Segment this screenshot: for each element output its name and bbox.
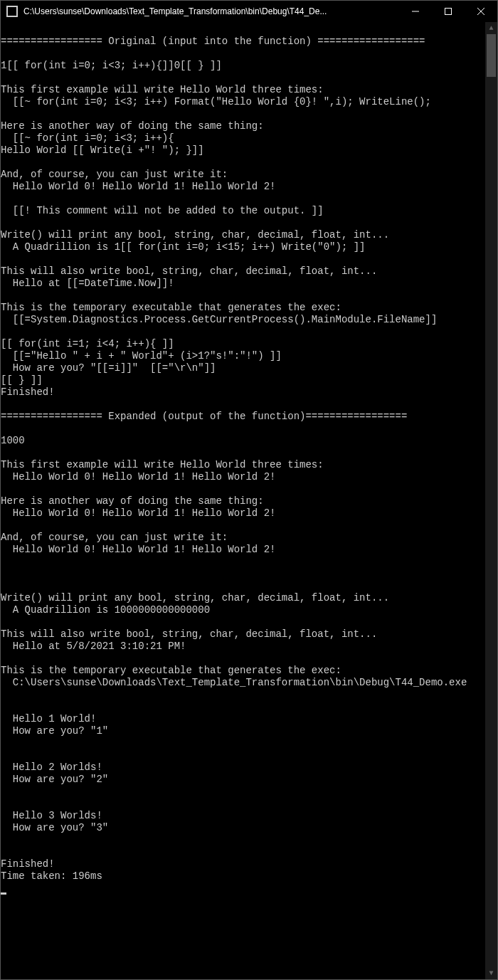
console-line: How are you? "1" (1, 725, 485, 737)
console-line: [[! This comment will not be added to th… (1, 205, 485, 217)
console-line: And, of course, you can just write it: (1, 532, 485, 544)
console-line: [[="Hello " + i + " World"+ (i>1?"s!":"!… (1, 350, 485, 362)
console-window: C:\Users\sunse\Downloads\Text_Template_T… (0, 0, 498, 980)
scroll-thumb[interactable] (487, 34, 496, 77)
console-line: How are you? "2" (1, 774, 485, 786)
console-line: How are you? "3" (1, 822, 485, 834)
console-line: [[=System.Diagnostics.Process.GetCurrent… (1, 314, 485, 326)
console-line (1, 568, 485, 580)
console-line (1, 580, 485, 592)
console-line (1, 749, 485, 762)
console-line: 1000 (1, 435, 485, 447)
console-line: Finished! (1, 386, 485, 399)
minimize-button[interactable] (399, 1, 432, 22)
console-line (1, 157, 485, 169)
console-line: Hello at 5/8/2021 3:10:21 PM! (1, 641, 485, 653)
console-line (1, 290, 485, 302)
scroll-up-button[interactable]: ▲ (485, 22, 497, 34)
console-line: Hello at [[=DateTime.Now]]! (1, 278, 485, 290)
console-line: This first example will write Hello Worl… (1, 84, 485, 96)
console-line (1, 48, 485, 60)
console-line: Write() will print any bool, string, cha… (1, 229, 485, 241)
console-line (1, 217, 485, 229)
console-line: Time taken: 196ms (1, 870, 485, 882)
vertical-scrollbar[interactable]: ▲ ▼ (485, 22, 497, 979)
svg-rect-0 (445, 9, 452, 15)
console-line: [[~ for(int i=0; i<3; i++) Format("Hello… (1, 96, 485, 108)
console-line: A Quadrillion is 1[[ for(int i=0; i<15; … (1, 241, 485, 253)
minimize-icon (412, 8, 419, 15)
console-line: How are you? "[[=i]]" [[="\r\n"]] (1, 362, 485, 374)
console-line: Hello 1 World! (1, 713, 485, 725)
console-line: Here is another way of doing the same th… (1, 495, 485, 507)
console-line (1, 399, 485, 411)
console-line: Hello World 0! Hello World 1! Hello Worl… (1, 544, 485, 556)
console-line (1, 737, 485, 749)
console-line: Here is another way of doing the same th… (1, 120, 485, 132)
titlebar[interactable]: C:\Users\sunse\Downloads\Text_Template_T… (1, 1, 497, 22)
console-line (1, 447, 485, 459)
console-line (1, 616, 485, 628)
console-line (1, 72, 485, 84)
cursor (1, 892, 6, 895)
console-line (1, 520, 485, 532)
console-line (1, 193, 485, 205)
console-line: Write() will print any bool, string, cha… (1, 592, 485, 604)
console-line (1, 556, 485, 568)
client-area: ================= Original (input into t… (1, 22, 497, 979)
scroll-down-button[interactable]: ▼ (485, 967, 497, 979)
console-line: 1[[ for(int i=0; i<3; i++){]]0[[ } ]] (1, 60, 485, 72)
maximize-button[interactable] (432, 1, 465, 22)
console-line: And, of course, you can just write it: (1, 169, 485, 181)
console-line: ================= Original (input into t… (1, 36, 485, 48)
console-line: Hello World [[ Write(i +"! "); }]] (1, 144, 485, 157)
console-line (1, 701, 485, 713)
console-line: Hello 2 Worlds! (1, 762, 485, 774)
console-line: Hello 3 Worlds! (1, 810, 485, 822)
console-line: [[~ for(int i=0; i<3; i++){ (1, 132, 485, 144)
console-line (1, 423, 485, 435)
console-line: Hello World 0! Hello World 1! Hello Worl… (1, 471, 485, 483)
window-title: C:\Users\sunse\Downloads\Text_Template_T… (23, 6, 327, 16)
console-output[interactable]: ================= Original (input into t… (1, 22, 485, 979)
console-line: ================= Expanded (output of th… (1, 411, 485, 423)
console-line (1, 326, 485, 338)
console-line: This is the temporary executable that ge… (1, 665, 485, 677)
console-line (1, 834, 485, 846)
console-line (1, 108, 485, 120)
console-line (1, 483, 485, 495)
console-line: Hello World 0! Hello World 1! Hello Worl… (1, 507, 485, 520)
console-line: C:\Users\sunse\Downloads\Text_Template_T… (1, 677, 485, 689)
close-button[interactable] (465, 1, 497, 22)
console-line (1, 846, 485, 858)
maximize-icon (445, 8, 452, 15)
app-icon (6, 6, 18, 17)
console-line (1, 653, 485, 665)
console-line: This is the temporary executable that ge… (1, 302, 485, 314)
console-line (1, 798, 485, 810)
console-line (1, 786, 485, 798)
console-line: This will also write bool, string, char,… (1, 265, 485, 278)
console-line: Finished! (1, 858, 485, 870)
console-line: This will also write bool, string, char,… (1, 628, 485, 641)
console-line: This first example will write Hello Worl… (1, 459, 485, 471)
close-icon (477, 8, 484, 15)
console-line: Hello World 0! Hello World 1! Hello Worl… (1, 181, 485, 193)
console-line (1, 689, 485, 701)
console-line: A Quadrillion is 1000000000000000 (1, 604, 485, 616)
console-line (1, 253, 485, 265)
console-cursor-line (1, 882, 485, 895)
console-line: [[ for(int i=1; i<4; i++){ ]] (1, 338, 485, 350)
console-line: [[ } ]] (1, 374, 485, 386)
console-line (1, 23, 485, 36)
